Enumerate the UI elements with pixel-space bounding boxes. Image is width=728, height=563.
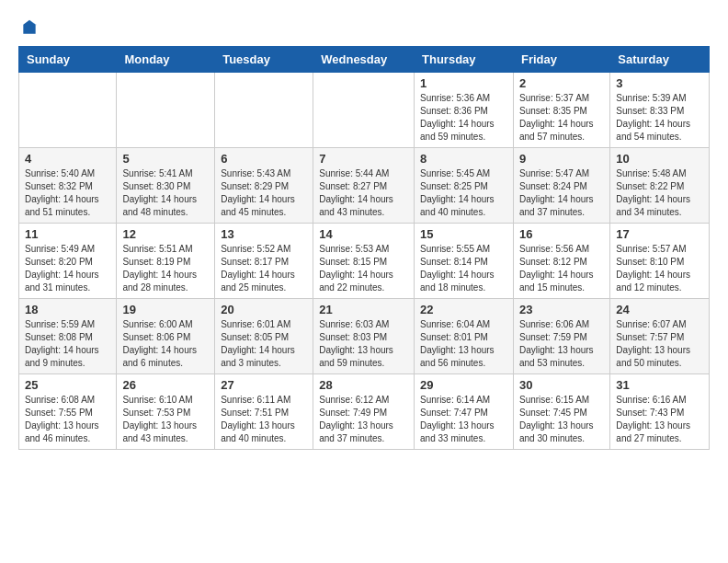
calendar-table: SundayMondayTuesdayWednesdayThursdayFrid… — [18, 46, 710, 450]
day-number: 21 — [319, 303, 408, 316]
day-number: 20 — [221, 303, 307, 316]
day-info: Sunrise: 5:57 AM Sunset: 8:10 PM Dayligh… — [616, 243, 703, 294]
day-info: Sunrise: 5:56 AM Sunset: 8:12 PM Dayligh… — [519, 243, 604, 294]
day-info: Sunrise: 6:11 AM Sunset: 7:51 PM Dayligh… — [221, 394, 307, 445]
day-info: Sunrise: 5:52 AM Sunset: 8:17 PM Dayligh… — [221, 243, 307, 294]
calendar-week-row: 18Sunrise: 5:59 AM Sunset: 8:08 PM Dayli… — [19, 299, 710, 374]
day-number: 18 — [25, 303, 110, 316]
calendar-cell: 2Sunrise: 5:37 AM Sunset: 8:35 PM Daylig… — [513, 73, 609, 148]
calendar-cell: 3Sunrise: 5:39 AM Sunset: 8:33 PM Daylig… — [610, 73, 710, 148]
day-number: 2 — [519, 76, 604, 90]
day-number: 4 — [25, 152, 110, 166]
calendar-cell: 15Sunrise: 5:55 AM Sunset: 8:14 PM Dayli… — [415, 224, 514, 299]
day-number: 15 — [420, 227, 507, 241]
day-number: 1 — [420, 76, 507, 90]
calendar-cell — [117, 73, 215, 148]
day-number: 31 — [616, 378, 703, 392]
calendar-cell — [313, 73, 415, 148]
day-info: Sunrise: 6:12 AM Sunset: 7:49 PM Dayligh… — [319, 394, 408, 445]
calendar-cell — [215, 73, 313, 148]
calendar-cell: 27Sunrise: 6:11 AM Sunset: 7:51 PM Dayli… — [215, 374, 313, 450]
day-number: 13 — [221, 227, 307, 241]
day-info: Sunrise: 6:16 AM Sunset: 7:43 PM Dayligh… — [616, 394, 703, 445]
day-number: 8 — [420, 152, 507, 166]
day-info: Sunrise: 5:39 AM Sunset: 8:33 PM Dayligh… — [616, 92, 703, 144]
day-info: Sunrise: 6:10 AM Sunset: 7:53 PM Dayligh… — [122, 394, 209, 445]
day-number: 30 — [519, 378, 604, 392]
calendar-week-row: 4Sunrise: 5:40 AM Sunset: 8:32 PM Daylig… — [19, 148, 710, 224]
day-info: Sunrise: 5:49 AM Sunset: 8:20 PM Dayligh… — [25, 243, 110, 294]
logo-icon — [20, 18, 39, 37]
calendar-cell: 29Sunrise: 6:14 AM Sunset: 7:47 PM Dayli… — [415, 374, 514, 450]
day-number: 6 — [221, 152, 307, 166]
calendar-header-row: SundayMondayTuesdayWednesdayThursdayFrid… — [19, 47, 710, 73]
day-info: Sunrise: 6:01 AM Sunset: 8:05 PM Dayligh… — [221, 318, 307, 370]
calendar-day-header: Thursday — [415, 47, 514, 73]
day-info: Sunrise: 6:08 AM Sunset: 7:55 PM Dayligh… — [25, 394, 110, 445]
calendar-cell: 9Sunrise: 5:47 AM Sunset: 8:24 PM Daylig… — [513, 148, 609, 224]
day-info: Sunrise: 6:07 AM Sunset: 7:57 PM Dayligh… — [616, 318, 703, 370]
day-info: Sunrise: 6:03 AM Sunset: 8:03 PM Dayligh… — [319, 318, 408, 370]
calendar-day-header: Friday — [513, 47, 609, 73]
calendar-cell: 8Sunrise: 5:45 AM Sunset: 8:25 PM Daylig… — [415, 148, 514, 224]
calendar-week-row: 11Sunrise: 5:49 AM Sunset: 8:20 PM Dayli… — [19, 224, 710, 299]
day-number: 11 — [25, 227, 110, 241]
day-number: 22 — [420, 303, 507, 316]
day-info: Sunrise: 5:43 AM Sunset: 8:29 PM Dayligh… — [221, 167, 307, 219]
calendar-cell: 21Sunrise: 6:03 AM Sunset: 8:03 PM Dayli… — [313, 299, 415, 374]
calendar-cell: 31Sunrise: 6:16 AM Sunset: 7:43 PM Dayli… — [610, 374, 710, 450]
calendar-day-header: Saturday — [610, 47, 710, 73]
calendar-cell: 28Sunrise: 6:12 AM Sunset: 7:49 PM Dayli… — [313, 374, 415, 450]
calendar-cell: 24Sunrise: 6:07 AM Sunset: 7:57 PM Dayli… — [610, 299, 710, 374]
calendar-cell: 30Sunrise: 6:15 AM Sunset: 7:45 PM Dayli… — [513, 374, 609, 450]
day-number: 3 — [616, 76, 703, 90]
day-number: 19 — [122, 303, 209, 316]
day-info: Sunrise: 5:37 AM Sunset: 8:35 PM Dayligh… — [519, 92, 604, 144]
calendar-day-header: Monday — [117, 47, 215, 73]
day-info: Sunrise: 5:47 AM Sunset: 8:24 PM Dayligh… — [519, 167, 604, 219]
day-number: 10 — [616, 152, 703, 166]
calendar-cell: 6Sunrise: 5:43 AM Sunset: 8:29 PM Daylig… — [215, 148, 313, 224]
calendar-cell: 11Sunrise: 5:49 AM Sunset: 8:20 PM Dayli… — [19, 224, 117, 299]
calendar-cell: 18Sunrise: 5:59 AM Sunset: 8:08 PM Dayli… — [19, 299, 117, 374]
calendar-week-row: 25Sunrise: 6:08 AM Sunset: 7:55 PM Dayli… — [19, 374, 710, 450]
calendar-cell: 22Sunrise: 6:04 AM Sunset: 8:01 PM Dayli… — [415, 299, 514, 374]
day-number: 28 — [319, 378, 408, 392]
calendar-cell: 13Sunrise: 5:52 AM Sunset: 8:17 PM Dayli… — [215, 224, 313, 299]
day-info: Sunrise: 5:59 AM Sunset: 8:08 PM Dayligh… — [25, 318, 110, 370]
day-info: Sunrise: 5:51 AM Sunset: 8:19 PM Dayligh… — [122, 243, 209, 294]
day-number: 12 — [122, 227, 209, 241]
calendar-cell: 25Sunrise: 6:08 AM Sunset: 7:55 PM Dayli… — [19, 374, 117, 450]
calendar-cell: 23Sunrise: 6:06 AM Sunset: 7:59 PM Dayli… — [513, 299, 609, 374]
calendar-cell: 19Sunrise: 6:00 AM Sunset: 8:06 PM Dayli… — [117, 299, 215, 374]
calendar-day-header: Sunday — [19, 47, 117, 73]
day-number: 25 — [25, 378, 110, 392]
day-number: 9 — [519, 152, 604, 166]
calendar-day-header: Tuesday — [215, 47, 313, 73]
day-info: Sunrise: 6:04 AM Sunset: 8:01 PM Dayligh… — [420, 318, 507, 370]
calendar-cell: 12Sunrise: 5:51 AM Sunset: 8:19 PM Dayli… — [117, 224, 215, 299]
day-info: Sunrise: 5:44 AM Sunset: 8:27 PM Dayligh… — [319, 167, 408, 219]
day-number: 26 — [122, 378, 209, 392]
day-info: Sunrise: 5:53 AM Sunset: 8:15 PM Dayligh… — [319, 243, 408, 294]
logo — [18, 18, 39, 37]
day-info: Sunrise: 5:48 AM Sunset: 8:22 PM Dayligh… — [616, 167, 703, 219]
page-header — [18, 18, 710, 37]
calendar-cell: 20Sunrise: 6:01 AM Sunset: 8:05 PM Dayli… — [215, 299, 313, 374]
day-number: 24 — [616, 303, 703, 316]
calendar-day-header: Wednesday — [313, 47, 415, 73]
calendar-cell: 16Sunrise: 5:56 AM Sunset: 8:12 PM Dayli… — [513, 224, 609, 299]
calendar-cell: 1Sunrise: 5:36 AM Sunset: 8:36 PM Daylig… — [415, 73, 514, 148]
day-info: Sunrise: 5:45 AM Sunset: 8:25 PM Dayligh… — [420, 167, 507, 219]
calendar-cell — [19, 73, 117, 148]
calendar-cell: 5Sunrise: 5:41 AM Sunset: 8:30 PM Daylig… — [117, 148, 215, 224]
day-number: 5 — [122, 152, 209, 166]
day-info: Sunrise: 5:55 AM Sunset: 8:14 PM Dayligh… — [420, 243, 507, 294]
day-info: Sunrise: 6:00 AM Sunset: 8:06 PM Dayligh… — [122, 318, 209, 370]
day-info: Sunrise: 6:06 AM Sunset: 7:59 PM Dayligh… — [519, 318, 604, 370]
calendar-cell: 7Sunrise: 5:44 AM Sunset: 8:27 PM Daylig… — [313, 148, 415, 224]
calendar-cell: 14Sunrise: 5:53 AM Sunset: 8:15 PM Dayli… — [313, 224, 415, 299]
calendar-cell: 10Sunrise: 5:48 AM Sunset: 8:22 PM Dayli… — [610, 148, 710, 224]
day-info: Sunrise: 5:36 AM Sunset: 8:36 PM Dayligh… — [420, 92, 507, 144]
day-number: 14 — [319, 227, 408, 241]
